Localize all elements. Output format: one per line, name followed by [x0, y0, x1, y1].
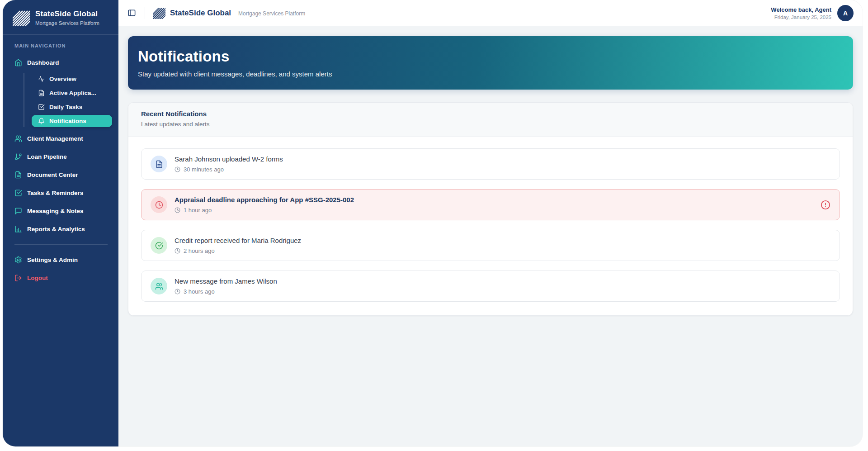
brand-tagline: Mortgage Services Platform: [35, 20, 99, 26]
sub-item-label: Notifications: [49, 118, 86, 124]
sidebar-item-dashboard[interactable]: Dashboard: [10, 55, 112, 71]
notification-text: Sarah Johnson uploaded W-2 forms 30 minu…: [175, 155, 283, 173]
notifications-card: Recent Notifications Latest updates and …: [128, 102, 853, 316]
sidebar-item-label: Client Management: [27, 135, 83, 142]
notification-time: 30 minutes ago: [175, 166, 283, 173]
sidebar-item-document-center[interactable]: Document Center: [10, 167, 112, 183]
check-square-icon: [14, 189, 22, 197]
brand-name: StateSide Global: [35, 9, 99, 19]
notification-time-text: 2 hours ago: [184, 247, 215, 254]
file-text-icon: [14, 171, 22, 179]
notification-time: 1 hour ago: [175, 207, 354, 214]
dashboard-subnav: Overview Active Applica... Daily Tasks N…: [24, 73, 112, 127]
app-window: StateSide Global Mortgage Services Platf…: [3, 0, 863, 446]
document-notification-icon: [151, 156, 167, 172]
page-banner: Notifications Stay updated with client m…: [128, 36, 853, 90]
notifications-list: Sarah Johnson uploaded W-2 forms 30 minu…: [128, 137, 853, 315]
sidebar-item-label: Reports & Analytics: [27, 226, 85, 233]
sub-item-label: Overview: [49, 76, 76, 82]
sidebar-item-label: Tasks & Reminders: [27, 190, 83, 196]
sidebar-item-label: Dashboard: [27, 59, 59, 66]
welcome-text: Welcome back, Agent: [771, 6, 831, 13]
file-text-icon: [38, 90, 45, 96]
sidebar-item-label: Settings & Admin: [27, 256, 78, 263]
notification-time: 3 hours ago: [175, 288, 277, 295]
notification-time-text: 3 hours ago: [184, 288, 215, 295]
sidebar-divider: [14, 244, 108, 245]
sidebar-item-overview[interactable]: Overview: [32, 73, 112, 85]
sidebar-item-daily-tasks[interactable]: Daily Tasks: [32, 101, 112, 113]
message-square-icon: [14, 207, 22, 215]
sub-item-label: Active Applica...: [49, 90, 96, 96]
header-date: Friday, January 25, 2025: [771, 14, 831, 20]
avatar[interactable]: A: [837, 5, 854, 21]
success-notification-icon: [151, 237, 167, 254]
clock-icon: [175, 207, 180, 213]
clock-icon: [175, 166, 180, 172]
home-icon: [14, 59, 22, 66]
notification-row-urgent[interactable]: Appraisal deadline approaching for App #…: [141, 189, 840, 220]
alert-badge: [821, 200, 830, 210]
users-icon: [155, 282, 163, 290]
file-text-icon: [155, 160, 163, 168]
notification-row[interactable]: Sarah Johnson uploaded W-2 forms 30 minu…: [141, 148, 840, 180]
sidebar-item-notifications[interactable]: Notifications: [32, 115, 112, 127]
notification-time-text: 30 minutes ago: [184, 166, 224, 173]
card-header: Recent Notifications Latest updates and …: [128, 103, 853, 137]
notification-text: Appraisal deadline approaching for App #…: [175, 196, 354, 214]
brand-name: StateSide Global: [170, 9, 231, 18]
alert-circle-icon: [821, 200, 830, 210]
page-content: Notifications Stay updated with client m…: [118, 26, 863, 446]
bar-chart-icon: [14, 225, 22, 233]
clock-icon: [175, 248, 180, 254]
notification-time: 2 hours ago: [175, 247, 301, 254]
sidebar-item-logout[interactable]: Logout: [10, 270, 112, 286]
notification-row[interactable]: New message from James Wilson 3 hours ag…: [141, 271, 840, 302]
notification-row[interactable]: Credit report received for Maria Rodrigu…: [141, 230, 840, 261]
sidebar-brand: StateSide Global Mortgage Services Platf…: [3, 0, 118, 35]
page-subtitle: Stay updated with client messages, deadl…: [138, 70, 843, 78]
sidebar-item-active-applications[interactable]: Active Applica...: [32, 87, 112, 99]
sidebar-item-client-management[interactable]: Client Management: [10, 131, 112, 147]
sidebar-item-reports-analytics[interactable]: Reports & Analytics: [10, 221, 112, 237]
sidebar-item-loan-pipeline[interactable]: Loan Pipeline: [10, 149, 112, 165]
sidebar-item-label: Loan Pipeline: [27, 153, 67, 160]
notification-title: Appraisal deadline approaching for App #…: [175, 196, 354, 204]
sidebar-item-label: Logout: [27, 275, 48, 281]
sidebar: StateSide Global Mortgage Services Platf…: [3, 0, 118, 446]
activity-icon: [38, 76, 45, 82]
panel-left-icon: [127, 9, 136, 17]
sidebar-item-label: Messaging & Notes: [27, 208, 84, 214]
bell-icon: [38, 118, 45, 124]
notification-text: Credit report received for Maria Rodrigu…: [175, 237, 301, 254]
sidebar-nav: MAIN NAVIGATION Dashboard Overview Activ…: [3, 35, 118, 286]
brand-logo-icon: [153, 7, 165, 19]
notification-title: New message from James Wilson: [175, 277, 277, 285]
check-square-icon: [38, 104, 45, 110]
notification-title: Credit report received for Maria Rodrigu…: [175, 237, 301, 244]
brand-tagline: Mortgage Services Platform: [238, 9, 305, 17]
notification-time-text: 1 hour ago: [184, 207, 212, 214]
clock-icon: [175, 289, 180, 294]
sub-item-label: Daily Tasks: [49, 104, 82, 110]
header-separator: [145, 7, 145, 19]
main-area: StateSide Global Mortgage Services Platf…: [118, 0, 863, 446]
clock-icon: [155, 201, 163, 209]
sidebar-item-messaging-notes[interactable]: Messaging & Notes: [10, 203, 112, 219]
message-notification-icon: [151, 278, 167, 294]
sidebar-item-settings-admin[interactable]: Settings & Admin: [10, 252, 112, 268]
card-title: Recent Notifications: [141, 110, 840, 118]
welcome-block: Welcome back, Agent Friday, January 25, …: [771, 6, 831, 20]
header-brand: StateSide Global Mortgage Services Platf…: [153, 7, 305, 19]
sidebar-item-tasks-reminders[interactable]: Tasks & Reminders: [10, 185, 112, 201]
notification-text: New message from James Wilson 3 hours ag…: [175, 277, 277, 295]
brand-logo-icon: [13, 9, 30, 26]
card-subtitle: Latest updates and alerts: [141, 121, 840, 128]
nav-section-label: MAIN NAVIGATION: [14, 43, 108, 48]
deadline-notification-icon: [151, 196, 167, 213]
notification-title: Sarah Johnson uploaded W-2 forms: [175, 155, 283, 163]
page-title: Notifications: [138, 48, 843, 65]
check-circle-icon: [155, 242, 163, 250]
users-icon: [14, 135, 22, 142]
sidebar-toggle-button[interactable]: [124, 5, 139, 21]
